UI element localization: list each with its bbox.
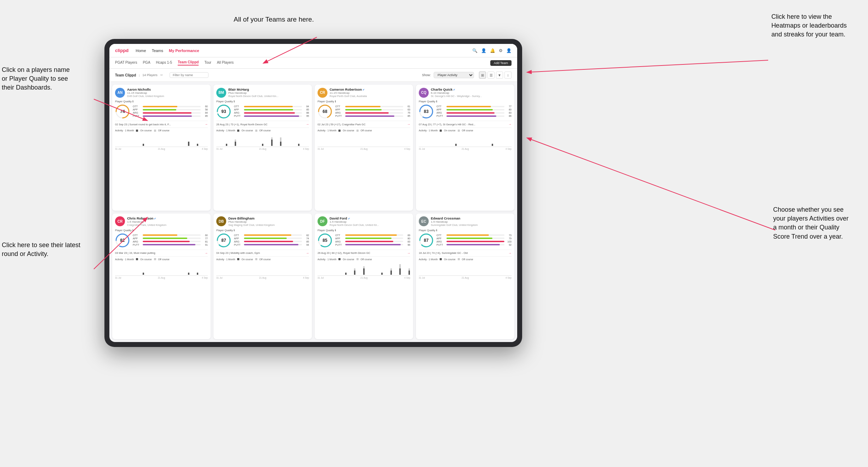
- stat-row-app: APP 63: [335, 108, 410, 111]
- player-card[interactable]: EC Edward Crossman 1-5 Handicap Sunningd…: [416, 213, 514, 340]
- verified-badge: ✔: [362, 89, 365, 91]
- quality-section[interactable]: 93 OTT 84 APP 85 ARG 88 PUTT: [216, 104, 309, 119]
- bell-icon[interactable]: 🔔: [490, 48, 495, 53]
- player-name[interactable]: Chris Robertson✔: [127, 216, 208, 220]
- player-handicap: Plus Handicap: [228, 91, 309, 95]
- nav-icons: 🔍 👤 🔔 ⚙ 👤: [472, 48, 512, 53]
- quality-label: Player Quality ℹ: [419, 100, 512, 103]
- stats-bars: OTT 60 APP 58 ARG 84 PUTT 85: [133, 105, 208, 118]
- player-name[interactable]: Charlie Quick✔: [431, 87, 512, 91]
- player-name[interactable]: Aaron Nicholls: [127, 87, 208, 91]
- quality-label: Player Quality ℹ: [216, 100, 309, 103]
- stat-row-arg: ARG 83: [335, 240, 410, 243]
- stat-row-ott: OTT 73: [436, 234, 512, 237]
- player-card[interactable]: AN Aaron Nicholls 11-15 Handicap Drift G…: [112, 85, 211, 211]
- player-card[interactable]: DB Dave Billingham Plus Handicap Sag Mag…: [213, 213, 312, 340]
- player-name[interactable]: Blair McHarg: [228, 87, 309, 91]
- player-info: Edward Crossman 1-5 Handicap Sunningdale…: [431, 216, 512, 227]
- sub-nav-pga[interactable]: PGA: [143, 61, 150, 65]
- sort-icon[interactable]: ↕: [504, 72, 512, 79]
- quality-section[interactable]: 82 OTT 60 APP 77 ARG 81 PUTT: [115, 233, 208, 248]
- player-handicap: 1-5 Handicap: [127, 220, 208, 223]
- player-header: EC Edward Crossman 1-5 Handicap Sunningd…: [419, 216, 512, 227]
- grid-view-icon[interactable]: ⊞: [479, 72, 486, 79]
- stats-bars: OTT 89 APP 80 ARG 83 PUTT 96: [335, 234, 410, 247]
- settings-icon[interactable]: ⚙: [499, 48, 503, 53]
- add-team-button[interactable]: Add Team: [490, 60, 512, 66]
- edit-team-icon[interactable]: ✏: [160, 73, 163, 77]
- verified-badge: ✔: [348, 217, 350, 220]
- player-info: Charlie Quick✔ 6-10 Handicap St. George'…: [431, 87, 512, 98]
- score-circle[interactable]: 87: [216, 233, 231, 248]
- sub-nav-teamclippd[interactable]: Team Clippd: [178, 60, 199, 66]
- player-card[interactable]: CR Cameron Robertson✔ 11-15 Handicap Roy…: [315, 85, 413, 211]
- nav-link-performance[interactable]: My Performance: [169, 49, 199, 53]
- search-input[interactable]: [170, 72, 209, 78]
- player-avatar: DF: [318, 216, 327, 226]
- stats-bars: OTT 73 APP 79 ARG 103 PUTT 92: [436, 234, 512, 247]
- round-arrow-icon: →: [508, 251, 512, 255]
- search-icon[interactable]: 🔍: [472, 48, 478, 53]
- score-circle[interactable]: 83: [419, 104, 434, 119]
- stat-row-ott: OTT 60: [133, 234, 208, 237]
- latest-round[interactable]: 07 Aug 23 | 77 (+7), St George's Hill GC…: [419, 121, 512, 128]
- score-circle[interactable]: 93: [216, 104, 231, 119]
- filter-icon[interactable]: ▼: [496, 72, 503, 79]
- player-info: David Ford✔ 1-5 Handicap Royal North Dev…: [330, 216, 410, 227]
- player-info: Cameron Robertson✔ 11-15 Handicap Royal …: [330, 87, 410, 98]
- sub-nav-tour[interactable]: Tour: [204, 61, 211, 65]
- stat-row-arg: ARG 88: [234, 112, 309, 114]
- player-name[interactable]: David Ford✔: [330, 216, 410, 220]
- score-circle[interactable]: 82: [115, 233, 130, 248]
- player-card[interactable]: BM Blair McHarg Plus Handicap Royal Nort…: [213, 85, 312, 211]
- stat-row-app: APP 85: [234, 108, 309, 111]
- latest-round[interactable]: 26 Aug 23 | 84 (+12), Royal North Devon …: [318, 250, 410, 257]
- player-card[interactable]: CR Chris Robertson✔ 1-5 Handicap Craigmi…: [112, 213, 211, 340]
- svg-line-17: [527, 60, 768, 72]
- latest-round[interactable]: 02 Sep 23 | Sunset round to get back int…: [115, 121, 208, 128]
- quality-section[interactable]: 74 OTT 60 APP 58 ARG 84 PUTT: [115, 104, 208, 119]
- stat-row-arg: ARG 85: [234, 240, 309, 243]
- sub-nav-pgat[interactable]: PGAT Players: [115, 61, 137, 65]
- show-select[interactable]: Player Activity Quality Score Trend: [434, 72, 474, 78]
- quality-section[interactable]: 83 OTT 77 APP 80 ARG 83 PUTT: [419, 104, 512, 119]
- verified-badge: ✔: [154, 217, 156, 220]
- annotation-heatmaps: Click here to view theHeatmaps or leader…: [771, 12, 847, 39]
- player-card[interactable]: DF David Ford✔ 1-5 Handicap Royal North …: [315, 213, 413, 340]
- nav-link-home[interactable]: Home: [136, 49, 146, 53]
- score-circle[interactable]: 74: [115, 104, 130, 119]
- player-club: Royal North Devon Golf Club, United Kin.…: [228, 95, 309, 98]
- sub-nav-allplayers[interactable]: All Players: [217, 61, 234, 65]
- score-circle[interactable]: 68: [318, 104, 332, 119]
- player-name[interactable]: Cameron Robertson✔: [330, 87, 410, 91]
- quality-section[interactable]: 87 OTT 73 APP 79 ARG 103 PUTT: [419, 233, 512, 248]
- stats-bars: OTT 61 APP 63 ARG 75 PUTT 85: [335, 105, 410, 118]
- player-info: Chris Robertson✔ 1-5 Handicap Craigmilla…: [127, 216, 208, 227]
- player-name[interactable]: Dave Billingham: [228, 216, 309, 220]
- stat-row-putt: PUTT 91: [133, 244, 208, 246]
- avatar-icon[interactable]: 👤: [506, 48, 512, 53]
- sub-nav-hcaps[interactable]: Hcaps 1-5: [156, 61, 172, 65]
- score-circle[interactable]: 85: [318, 233, 332, 248]
- player-card[interactable]: CQ Charlie Quick✔ 6-10 Handicap St. Geor…: [416, 85, 514, 211]
- score-circle[interactable]: 87: [419, 233, 434, 248]
- latest-round[interactable]: 02 Jul 23 | 59 (+17), Craigmillar Park G…: [318, 121, 410, 128]
- latest-round[interactable]: 18 Jul 23 | 74 (+4), Sunningdale GC - Ol…: [419, 250, 512, 257]
- nav-link-teams[interactable]: Teams: [152, 49, 163, 53]
- player-header: CR Cameron Robertson✔ 11-15 Handicap Roy…: [318, 87, 410, 98]
- latest-round[interactable]: 03 Mar 23 | 19, Must make putting →: [115, 250, 208, 257]
- stat-row-putt: PUTT 95: [234, 115, 309, 117]
- player-club: Royal North Devon Golf Club, United Kil.…: [330, 223, 410, 227]
- quality-section[interactable]: 68 OTT 61 APP 63 ARG 75 PUTT: [318, 104, 410, 119]
- stat-row-arg: ARG 81: [133, 240, 208, 243]
- list-view-icon[interactable]: ☰: [487, 72, 495, 79]
- latest-round[interactable]: 04 Sep 23 | Mobility with coach, Gym →: [216, 250, 309, 257]
- person-icon[interactable]: 👤: [481, 48, 486, 53]
- activity-section: Activity · 1 Month On course Off course …: [318, 129, 410, 150]
- player-name[interactable]: Edward Crossman: [431, 216, 512, 220]
- stat-row-app: APP 58: [133, 108, 208, 111]
- quality-section[interactable]: 87 OTT 82 APP 74 ARG 85 PUTT: [216, 233, 309, 248]
- quality-section[interactable]: 85 OTT 89 APP 80 ARG 83 PUTT: [318, 233, 410, 248]
- verified-badge: ✔: [453, 89, 455, 91]
- latest-round[interactable]: 26 Aug 23 | 73 (+1), Royal North Devon G…: [216, 121, 309, 128]
